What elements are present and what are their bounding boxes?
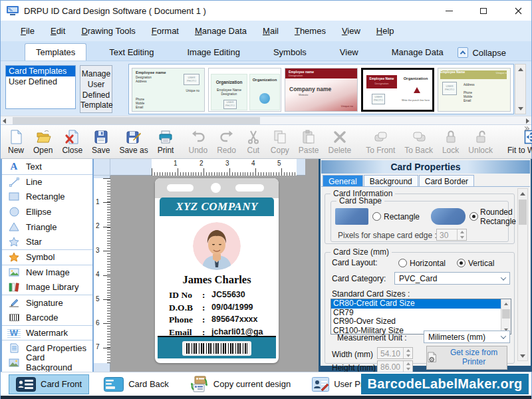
menu-help[interactable]: Help <box>368 23 402 39</box>
card-category-dropdown[interactable]: PVC_Card <box>394 272 510 285</box>
template-thumbnail-2[interactable]: Organization Employee Name Designation U… <box>208 68 281 112</box>
scroll-up-icon[interactable] <box>501 299 510 308</box>
menu-drawing-tools[interactable]: Drawing Tools <box>73 23 143 39</box>
undo-button[interactable]: Undo <box>184 128 212 156</box>
list-item-user-defined[interactable]: User Defined <box>6 76 75 87</box>
list-item-card-templates[interactable]: Card Templates <box>6 66 75 76</box>
collapse-button[interactable]: Collapse <box>458 47 506 58</box>
sidebar-item-text[interactable]: AText <box>2 159 92 174</box>
card-back-button[interactable]: Card Back <box>97 375 176 394</box>
scroll-right-icon[interactable] <box>526 118 529 124</box>
copy-button[interactable]: Copy <box>266 128 294 156</box>
menu-edit[interactable]: Edit <box>43 23 73 39</box>
to-front-button[interactable]: To Front <box>361 128 400 156</box>
spinner-down-icon[interactable] <box>404 366 412 372</box>
rounded-rectangle-shape-swatch[interactable] <box>431 208 466 225</box>
copy-current-design-button[interactable]: Copy current design <box>184 374 297 395</box>
save-button[interactable]: Save <box>87 128 114 156</box>
sidebar-item-symbol[interactable]: Symbol <box>2 249 92 265</box>
maximize-button[interactable] <box>475 3 491 19</box>
menu-manage-data[interactable]: Manage Data <box>187 23 255 39</box>
save-as-button[interactable]: Save as <box>114 128 152 156</box>
sizes-scrollbar[interactable] <box>501 299 511 334</box>
horizontal-radio[interactable] <box>398 259 407 267</box>
to-back-button[interactable]: To Back <box>400 128 438 156</box>
employee-photo[interactable] <box>193 222 241 270</box>
design-canvas[interactable]: 1 2 3 4 5 1 2 3 4 5 6 7 <box>94 159 319 372</box>
print-button[interactable]: Print <box>153 128 179 156</box>
tab-image-editing[interactable]: Image Editing <box>176 44 251 61</box>
tab-card-border[interactable]: Card Border <box>419 175 474 187</box>
close-document-button[interactable]: Close <box>57 128 87 156</box>
manage-user-defined-template-button[interactable]: Manage User Defined Template <box>80 65 112 113</box>
rectangle-radio[interactable] <box>372 212 381 221</box>
scrollbar-thumb[interactable] <box>519 200 527 225</box>
width-spinner[interactable]: 54.10 <box>377 347 413 359</box>
tab-background[interactable]: Background <box>364 175 418 187</box>
sidebar-item-ellipse[interactable]: Ellipse <box>2 204 92 219</box>
size-option-cr90[interactable]: CR90-Over Sized <box>331 317 511 327</box>
barcode-area[interactable] <box>182 341 251 356</box>
menu-file[interactable]: File <box>13 23 43 39</box>
scroll-down-icon[interactable] <box>518 351 527 360</box>
tab-symbols[interactable]: Symbols <box>263 44 317 61</box>
size-option-cr79[interactable]: CR79 <box>331 309 511 318</box>
thumbnail-horizontal-scrollbar[interactable] <box>1 116 531 125</box>
sidebar-item-triangle[interactable]: Triangle <box>2 219 92 235</box>
height-spinner[interactable]: 86.00 <box>377 360 413 372</box>
id-card-preview[interactable]: XYZ COMPANY James Charles ID <box>155 178 279 363</box>
sidebar-item-rectangle[interactable]: Rectangle <box>2 189 92 204</box>
sidebar-item-watermark[interactable]: WWatermark <box>2 325 92 340</box>
rectangle-shape-swatch[interactable] <box>335 208 368 225</box>
template-thumbnail-3[interactable]: Employee name Designation Company name W… <box>285 68 358 112</box>
spinner-down-icon[interactable] <box>404 353 412 358</box>
employee-name[interactable]: James Charles <box>155 273 279 287</box>
menu-mail[interactable]: Mail <box>255 23 287 39</box>
tab-general[interactable]: General <box>323 175 363 187</box>
spinner-up-icon[interactable] <box>404 348 412 353</box>
sidebar-item-signature[interactable]: Signature <box>2 295 92 310</box>
measurement-unit-dropdown[interactable]: Milimeters (mm) <box>424 331 510 343</box>
toolbar-overflow-icon[interactable] <box>525 127 529 130</box>
sidebar-item-barcode[interactable]: Barcode <box>2 310 92 325</box>
card-front-button[interactable]: Card Front <box>9 374 89 394</box>
company-banner[interactable]: XYZ COMPANY <box>160 198 274 216</box>
scroll-up-icon[interactable] <box>515 65 525 74</box>
properties-scrollbar[interactable] <box>517 188 528 361</box>
lock-button[interactable]: Lock <box>438 128 464 156</box>
vertical-radio[interactable] <box>457 259 466 267</box>
delete-button[interactable]: Delete <box>324 128 356 156</box>
menu-view[interactable]: View <box>334 23 368 39</box>
edge-pixels-spinner[interactable]: 30 <box>436 229 467 241</box>
minimize-button[interactable] <box>441 3 457 19</box>
scroll-down-icon[interactable] <box>515 104 525 114</box>
scroll-left-icon[interactable] <box>3 118 6 124</box>
sidebar-item-line[interactable]: Line <box>2 174 92 190</box>
scrollbar-thumb[interactable] <box>13 117 260 124</box>
rounded-rectangle-radio[interactable] <box>469 212 478 221</box>
spinner-down-icon[interactable] <box>458 235 466 240</box>
tab-text-editing[interactable]: Text Editing <box>98 44 164 61</box>
get-size-from-printer-button[interactable]: Get size from Printer <box>426 346 507 370</box>
fit-to-window-button[interactable]: Fit to Window <box>503 128 532 156</box>
template-thumbnail-4[interactable]: Employee Name Designation USER PHOTO Org… <box>361 68 434 112</box>
spinner-up-icon[interactable] <box>458 229 466 235</box>
sidebar-item-new-image[interactable]: New Image <box>2 265 92 280</box>
sidebar-item-star[interactable]: Star <box>2 234 92 249</box>
menu-themes[interactable]: Themes <box>287 23 334 39</box>
tab-view[interactable]: View <box>329 44 369 61</box>
thumbnail-vertical-scrollbar[interactable] <box>515 64 526 114</box>
paste-button[interactable]: Paste <box>294 128 324 156</box>
new-button[interactable]: New <box>3 128 29 156</box>
tab-templates[interactable]: Templates <box>25 43 86 61</box>
sidebar-item-image-library[interactable]: Image Library <box>2 280 92 295</box>
tab-manage-data[interactable]: Manage Data <box>381 44 454 61</box>
scroll-up-icon[interactable] <box>518 189 527 198</box>
close-button[interactable] <box>510 3 526 19</box>
unlock-button[interactable]: Unlock <box>464 128 497 156</box>
sidebar-item-card-background[interactable]: Card Background <box>2 355 92 370</box>
open-button[interactable]: Open <box>29 128 57 156</box>
scrollbar-thumb[interactable] <box>502 309 510 319</box>
menu-format[interactable]: Format <box>144 23 187 39</box>
template-thumbnail-5[interactable]: Employee Name Unique no USER PHOTO Addre… <box>438 68 511 112</box>
